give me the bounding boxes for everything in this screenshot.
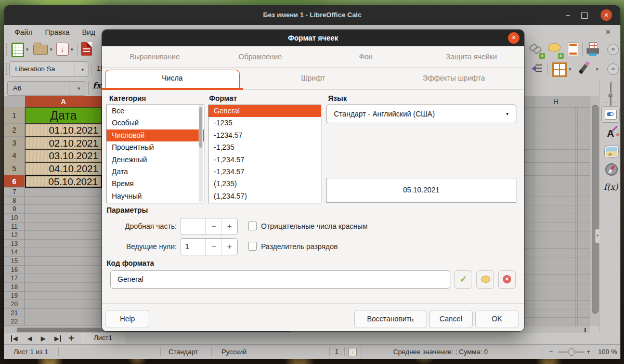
sidebar-settings-icon[interactable] xyxy=(604,83,617,97)
row-header-7[interactable]: 7 xyxy=(4,188,25,197)
page-style[interactable]: Стандарт xyxy=(168,345,198,359)
cell-A12[interactable] xyxy=(25,231,102,240)
language-combo[interactable]: Стандарт - Английский (США) ▾ xyxy=(326,105,516,123)
select-all-corner[interactable] xyxy=(4,96,25,108)
list-item[interactable]: -1,235 xyxy=(209,141,321,153)
list-item[interactable]: Денежный xyxy=(107,154,204,166)
close-document-icon[interactable]: ✕ xyxy=(605,25,611,40)
new-document-icon[interactable] xyxy=(11,43,24,57)
row-header-14[interactable]: 14 xyxy=(4,248,25,257)
list-item[interactable]: Особый xyxy=(107,117,204,129)
cell-A21[interactable] xyxy=(25,309,102,318)
row-header-3[interactable]: 3 xyxy=(4,137,25,149)
first-sheet-icon[interactable]: ◀ xyxy=(9,333,21,344)
list-item[interactable]: -1,234.57 xyxy=(209,166,321,178)
print-area-icon[interactable] xyxy=(587,42,600,56)
maximize-button[interactable] xyxy=(578,5,591,25)
vertical-scrollbar-thumb[interactable] xyxy=(592,105,599,314)
minimize-button[interactable]: − xyxy=(561,5,575,25)
category-listbox[interactable]: ВсеОсобыйЧисловойПроцентныйДенежныйДатаВ… xyxy=(106,105,204,203)
next-sheet-icon[interactable]: ▶ xyxy=(37,333,49,344)
border-style-pencil-icon[interactable] xyxy=(577,61,591,76)
row-header-4[interactable]: 4 xyxy=(4,149,25,162)
row-header-15[interactable]: 15 xyxy=(4,257,25,266)
cell-A22[interactable] xyxy=(25,317,102,326)
leading-zeroes-minus-button[interactable]: − xyxy=(206,239,222,255)
toolbar-overflow-icon[interactable]: » xyxy=(607,63,619,75)
list-item[interactable]: Процентный xyxy=(107,141,204,153)
tab-обрамление[interactable]: Обрамление xyxy=(207,46,313,67)
tab-выравнивание[interactable]: Выравнивание xyxy=(102,46,207,67)
cell-A8[interactable] xyxy=(25,197,102,205)
cell-A6[interactable]: 05.10.2021 xyxy=(25,175,102,188)
menu-файл[interactable]: Файл xyxy=(8,25,38,40)
navigator-deck-icon[interactable] xyxy=(604,162,617,176)
sheet-info[interactable]: Лист 1 из 1 xyxy=(14,345,48,359)
list-item[interactable]: -1,234.57 xyxy=(209,154,321,166)
decrease-indent-icon[interactable] xyxy=(528,63,542,75)
format-code-input[interactable]: General xyxy=(110,270,450,289)
cell-A10[interactable] xyxy=(25,214,102,223)
row-header-1[interactable]: 1 xyxy=(4,107,25,124)
properties-deck-icon[interactable] xyxy=(601,106,620,123)
column-header-h[interactable]: H xyxy=(534,96,578,108)
new-dropdown-icon[interactable]: ▾ xyxy=(26,47,29,52)
row-header-17[interactable]: 17 xyxy=(4,274,25,283)
save-icon[interactable]: ↓ xyxy=(56,43,69,56)
cell-A11[interactable] xyxy=(25,223,102,231)
header-footer-icon[interactable] xyxy=(568,42,578,56)
cell-A13[interactable] xyxy=(25,240,102,249)
row-header-6[interactable]: 6 xyxy=(4,175,25,188)
function-wizard-icon[interactable]: fx xyxy=(93,81,101,90)
ok-button[interactable]: OK xyxy=(475,310,518,328)
tab-числа[interactable]: Числа xyxy=(102,68,243,89)
dialog-close-button[interactable]: × xyxy=(508,32,519,44)
menu-правка[interactable]: Правка xyxy=(38,25,75,40)
leading-zeroes-plus-button[interactable]: + xyxy=(222,239,237,255)
row-header-5[interactable]: 5 xyxy=(4,162,25,175)
decimal-plus-button[interactable]: + xyxy=(222,218,237,235)
row-header-18[interactable]: 18 xyxy=(4,283,25,292)
cell-A16[interactable] xyxy=(25,266,102,275)
zoom-in-icon[interactable]: + xyxy=(587,345,591,359)
cell-A2[interactable]: 01.10.2021 xyxy=(25,124,102,137)
row-header-16[interactable]: 16 xyxy=(4,266,25,275)
row-header-2[interactable]: 2 xyxy=(4,124,25,137)
list-item[interactable]: Научный xyxy=(107,190,204,202)
column-header-a[interactable]: A xyxy=(25,96,102,108)
name-box-dropdown-icon[interactable]: ▾ xyxy=(77,86,80,91)
insert-comment-icon[interactable]: + xyxy=(548,43,562,57)
list-item[interactable]: General xyxy=(209,105,321,117)
zoom-out-icon[interactable]: − xyxy=(549,345,553,359)
last-sheet-icon[interactable]: ▶ xyxy=(51,333,62,344)
row-header-22[interactable]: 22 xyxy=(4,317,25,326)
cell-A3[interactable]: 02.10.2021 xyxy=(25,137,102,149)
borders-dropdown-icon[interactable]: ▾ xyxy=(569,67,571,72)
decimal-places-stepper[interactable]: − + xyxy=(180,218,238,235)
font-name-combo[interactable]: Liberation Sa ▾ xyxy=(9,61,88,77)
add-sheet-icon[interactable]: + xyxy=(66,333,77,343)
border-style-dropdown-icon[interactable]: ▾ xyxy=(596,67,599,72)
list-item[interactable]: (1,234.57) xyxy=(209,190,321,202)
cell-A1[interactable]: Дата xyxy=(25,107,102,124)
toolbar-grip[interactable] xyxy=(6,63,7,75)
open-file-icon[interactable] xyxy=(33,45,48,55)
row-header-12[interactable]: 12 xyxy=(4,231,25,240)
tab-фон[interactable]: Фон xyxy=(313,46,419,67)
list-item[interactable]: Все xyxy=(107,105,204,117)
name-box[interactable]: A6 ▾ xyxy=(7,81,85,96)
row-header-10[interactable]: 10 xyxy=(4,214,25,223)
zoom-slider-thumb[interactable] xyxy=(568,348,575,356)
list-item[interactable]: Дата xyxy=(107,166,204,178)
cell-A7[interactable] xyxy=(25,188,102,197)
borders-icon[interactable] xyxy=(552,62,567,77)
cell-A18[interactable] xyxy=(25,283,102,292)
zoom-level[interactable]: 100 % xyxy=(598,345,617,359)
reset-button[interactable]: Восстановить xyxy=(354,310,426,328)
cell-A15[interactable] xyxy=(25,257,102,266)
cell-A4[interactable]: 03.10.2021 xyxy=(25,149,102,162)
cell-A9[interactable] xyxy=(25,205,102,214)
cell-A20[interactable] xyxy=(25,300,102,309)
cancel-button[interactable]: Cancel xyxy=(429,310,473,328)
selection-stats[interactable]: Среднее значение: ; Сумма: 0 xyxy=(393,345,488,359)
